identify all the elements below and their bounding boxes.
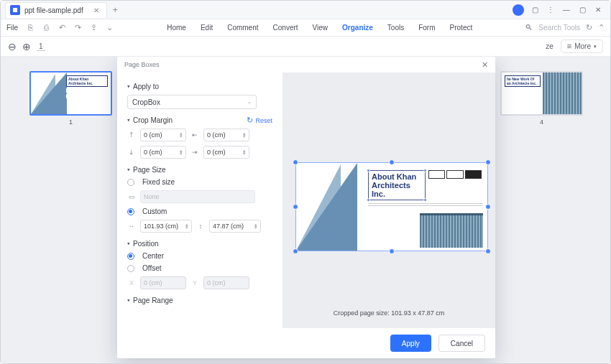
size-label: ze [546, 42, 553, 50]
height-icon: ↕ [196, 222, 205, 230]
hamburger-icon: ≡ [567, 42, 571, 50]
chevron-down-icon: ⌄ [247, 99, 252, 105]
zoom-out-icon[interactable]: ⊖ [8, 42, 17, 52]
reset-button[interactable]: ↻ Reset [247, 116, 272, 124]
margin-bottom-icon: ⤓ [127, 148, 136, 157]
cancel-button[interactable]: Cancel [438, 335, 485, 352]
add-tab-button[interactable]: + [107, 5, 124, 15]
search-icon[interactable]: 🔍︎ [525, 24, 533, 32]
section-position[interactable]: Position [127, 240, 272, 248]
menu-home[interactable]: Home [167, 24, 186, 32]
section-page-size[interactable]: Page Size [127, 166, 272, 174]
maximize-icon[interactable]: ▢ [577, 5, 587, 15]
tab-title: ppt file-sample.pdf [24, 6, 83, 14]
menu-protect[interactable]: Protect [450, 24, 473, 32]
crop-preview[interactable]: About Khan Architects Inc. [295, 162, 488, 251]
x-label: X [127, 279, 136, 287]
fixed-size-radio[interactable]: Fixed size [127, 178, 272, 186]
dialog-title: Page Boxes [124, 61, 160, 68]
kebab-icon[interactable]: ⋮ [546, 5, 556, 15]
cropped-size-label: Cropped page size: 101.93 x 47.87 cm [282, 309, 495, 317]
thumb-preview: About Khan Architects Inc. [29, 71, 112, 116]
chevron-down-icon: ▾ [594, 44, 597, 49]
close-dialog-icon[interactable]: ✕ [482, 61, 488, 69]
reset-icon: ↻ [247, 116, 253, 124]
zoom-in-icon[interactable]: ⊕ [22, 42, 31, 52]
apply-button[interactable]: Apply [390, 335, 431, 352]
menu-view[interactable]: View [313, 24, 329, 32]
menu-organize[interactable]: Organize [342, 24, 373, 32]
more-label: More [574, 42, 591, 50]
resize-handle[interactable] [293, 204, 298, 210]
chevron-down-icon[interactable]: ⌄ [104, 24, 114, 32]
dialog-footer: Apply Cancel [117, 328, 495, 358]
margin-right-input[interactable]: 0 (cm)▴▾ [203, 146, 249, 159]
thumb-number: 4 [540, 118, 543, 126]
cloud-icon[interactable]: ↻ [586, 24, 592, 32]
width-icon: ↔ [127, 222, 136, 230]
collapse-icon[interactable]: ⌃ [598, 24, 605, 32]
resize-handle[interactable] [485, 248, 491, 254]
offset-x-input: 0 (cm) [140, 276, 186, 289]
print-icon[interactable]: ⎙ [41, 24, 51, 32]
page-input[interactable]: 1 [37, 42, 45, 51]
app-icon [10, 5, 20, 15]
section-apply-to[interactable]: Apply to [127, 83, 272, 90]
menu-form[interactable]: Form [418, 24, 435, 32]
minimize-icon[interactable]: — [561, 5, 571, 15]
thumb-title: About Khan Architects Inc. [66, 75, 108, 87]
search-tools-input[interactable]: Search Tools [538, 24, 580, 32]
width-input[interactable]: 101.93 (cm)▴▾ [140, 220, 192, 233]
custom-size-radio[interactable]: Custom [127, 207, 272, 215]
resize-handle[interactable] [389, 159, 395, 165]
undo-icon[interactable]: ↶ [57, 24, 67, 32]
section-crop-margin[interactable]: Crop Margin ↻ Reset [127, 116, 272, 124]
center-radio[interactable]: Center [127, 252, 272, 260]
close-tab-icon[interactable]: ✕ [93, 6, 99, 14]
margin-left-input[interactable]: 0 (cm)▴▾ [203, 129, 249, 141]
app-window: ppt file-sample.pdf ✕ + ▢ ⋮ — ▢ ✕ File ⎘… [0, 0, 611, 364]
titlebar: ppt file-sample.pdf ✕ + ▢ ⋮ — ▢ ✕ [1, 1, 610, 19]
menu-convert[interactable]: Convert [273, 24, 298, 32]
menu-edit[interactable]: Edit [201, 24, 213, 32]
page-thumb-4[interactable]: he New Work Of an Architects Inc. 4 [500, 71, 583, 126]
page-thumb-1[interactable]: About Khan Architects Inc. 1 [29, 71, 112, 126]
resize-handle[interactable] [485, 204, 491, 210]
offset-radio[interactable]: Offset [127, 264, 272, 272]
menu-comment[interactable]: Comment [227, 24, 258, 32]
preview-panel: About Khan Architects Inc. [282, 73, 495, 328]
resize-handle[interactable] [485, 159, 491, 165]
resize-handle[interactable] [293, 159, 298, 165]
user-avatar[interactable] [513, 4, 524, 16]
fixed-size-dropdown: None [140, 190, 255, 203]
height-input[interactable]: 47.87 (cm)▴▾ [209, 220, 261, 233]
resize-handle[interactable] [389, 248, 395, 254]
more-button[interactable]: ≡ More ▾ [561, 39, 603, 53]
page-icon: ▭ [127, 192, 136, 201]
section-page-range[interactable]: Page Range [127, 297, 272, 304]
y-label: Y [190, 279, 199, 287]
margin-top-input[interactable]: 0 (cm)▴▾ [140, 129, 186, 141]
menu-tools[interactable]: Tools [387, 24, 404, 32]
share-icon[interactable]: ⇪ [88, 24, 98, 32]
close-window-icon[interactable]: ✕ [593, 5, 603, 15]
preview-boxes [428, 170, 482, 179]
window-menu-icon[interactable]: ▢ [530, 5, 540, 15]
margin-bottom-input[interactable]: 0 (cm)▴▾ [140, 146, 186, 159]
margin-right-icon: ⇥ [190, 148, 199, 157]
canvas: About Khan Architects Inc. 1 he New Work… [1, 57, 610, 363]
thumb-number: 1 [69, 118, 73, 126]
page-boxes-dialog: Page Boxes ✕ Apply to CropBox ⌄ Crop Mar… [117, 57, 495, 358]
menu-file[interactable]: File [6, 24, 18, 32]
resize-handle[interactable] [293, 248, 298, 254]
save-icon[interactable]: ⎘ [25, 24, 35, 32]
thumb-title: he New Work Of an Architects Inc. [505, 75, 541, 87]
apply-to-dropdown[interactable]: CropBox ⌄ [127, 95, 257, 109]
redo-icon[interactable]: ↷ [73, 24, 83, 32]
dropdown-value: CropBox [132, 98, 160, 106]
offset-y-input: 0 (cm) [203, 276, 249, 289]
menubar-right: 🔍︎ Search Tools ↻ ⌃ [525, 24, 605, 32]
reset-label: Reset [255, 117, 272, 124]
window-controls: ▢ ⋮ — ▢ ✕ [513, 4, 606, 16]
document-tab[interactable]: ppt file-sample.pdf ✕ [5, 2, 107, 18]
